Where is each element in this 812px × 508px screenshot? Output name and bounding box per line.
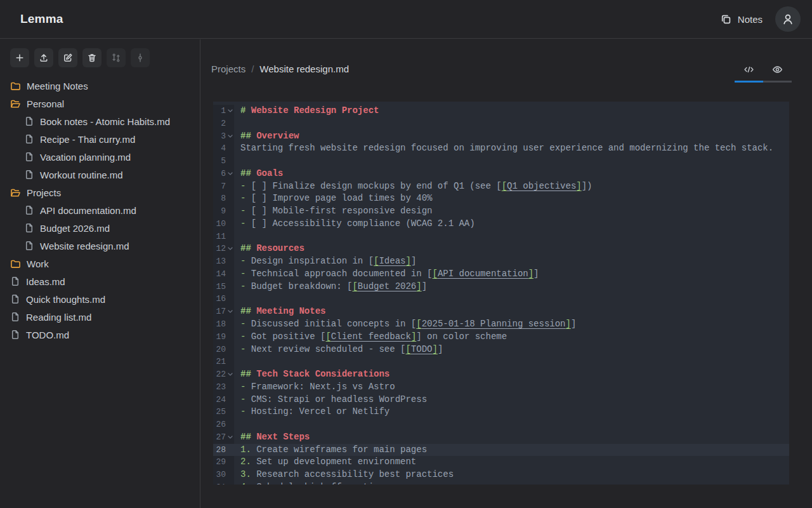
wikilink-text[interactable]: API documentation (438, 269, 528, 279)
tab-preview-view[interactable] (763, 60, 792, 83)
fold-chevron-icon[interactable] (226, 431, 234, 444)
tree-item-workout-routine-md[interactable]: Workout routine.md (0, 166, 200, 184)
edit-note-button[interactable] (58, 48, 77, 67)
wikilink-bracket[interactable]: [ (352, 281, 357, 291)
editor-line[interactable]: 26 (213, 418, 789, 431)
tree-item-ideas-md[interactable]: Ideas.md (0, 272, 200, 290)
editor-line[interactable]: 22## Tech Stack Considerations (213, 368, 789, 381)
editor-line[interactable]: 20- Next review scheduled - see [[TODO]] (213, 344, 789, 356)
editor-line[interactable]: 6## Goals (213, 168, 789, 180)
line-number[interactable]: 25 (213, 406, 226, 418)
line-number[interactable]: 3 (213, 130, 226, 143)
fold-chevron-icon[interactable] (226, 105, 234, 117)
fold-chevron-icon[interactable] (226, 168, 234, 180)
editor-line[interactable]: 16 (213, 293, 789, 305)
line-number[interactable]: 6 (213, 168, 226, 180)
wikilink-text[interactable]: Budget 2026 (358, 281, 416, 291)
line-number[interactable]: 22 (213, 368, 226, 381)
tree-item-personal[interactable]: Personal (0, 95, 200, 112)
line-number[interactable]: 15 (213, 281, 226, 293)
line-number[interactable]: 30 (213, 469, 226, 481)
line-number[interactable]: 10 (213, 218, 226, 231)
wikilink-bracket[interactable]: [ (405, 344, 410, 354)
line-number[interactable]: 2 (213, 117, 226, 130)
editor-line[interactable]: 23- Framework: Next.js vs Astro (213, 381, 789, 394)
editor-line[interactable]: 13- Design inspiration in [[Ideas]] (213, 255, 789, 268)
wikilink-bracket[interactable]: [ (416, 319, 421, 329)
line-number[interactable]: 13 (213, 255, 226, 268)
editor-line[interactable]: 3## Overview (213, 130, 789, 143)
wikilink-bracket[interactable]: ] (566, 319, 571, 329)
line-number[interactable]: 1 (213, 105, 226, 117)
editor-line[interactable]: 18- Discussed initial concepts in [[2025… (213, 318, 789, 331)
line-number[interactable]: 5 (213, 155, 226, 168)
tab-code-view[interactable] (735, 60, 763, 83)
line-number[interactable]: 29 (213, 456, 226, 469)
wikilink-text[interactable]: Q1 objectives (507, 181, 576, 191)
editor-line[interactable]: 9- [ ] Mobile-first responsive design (213, 205, 789, 218)
editor-line[interactable]: 314. Schedule kickoff meeting (213, 481, 789, 485)
line-number[interactable]: 12 (213, 243, 226, 255)
tree-item-budget-2026-md[interactable]: Budget 2026.md (0, 219, 200, 237)
line-number[interactable]: 9 (213, 205, 226, 218)
editor-line[interactable]: 2 (213, 117, 789, 130)
delete-note-button[interactable] (82, 48, 102, 67)
editor-line[interactable]: 4Starting fresh website redesign focused… (213, 142, 789, 155)
wikilink-bracket[interactable]: [ (432, 269, 437, 279)
line-number[interactable]: 23 (213, 381, 226, 394)
line-number[interactable]: 7 (213, 180, 226, 193)
tree-item-reading-list-md[interactable]: Reading list.md (0, 308, 200, 326)
line-number[interactable]: 4 (213, 142, 226, 155)
breadcrumb-folder[interactable]: Projects (211, 64, 246, 74)
fold-chevron-icon[interactable] (226, 130, 234, 143)
wikilink-bracket[interactable]: ] (416, 281, 421, 291)
fold-chevron-icon[interactable] (226, 243, 234, 255)
wikilink-text[interactable]: Ideas (379, 256, 405, 266)
line-number[interactable]: 24 (213, 394, 226, 406)
line-number[interactable]: 20 (213, 344, 226, 356)
wikilink-bracket[interactable]: [ (502, 181, 507, 191)
editor-line[interactable]: 21 (213, 356, 789, 368)
editor-line[interactable]: 11 (213, 231, 789, 243)
wikilink-bracket[interactable]: ] (528, 269, 534, 279)
tree-item-vacation-planning-md[interactable]: Vacation planning.md (0, 148, 200, 166)
markdown-editor[interactable]: 1# Website Redesign Project23## Overview… (213, 102, 789, 485)
upload-note-button[interactable] (34, 48, 53, 67)
line-number[interactable]: 31 (213, 481, 226, 485)
editor-line[interactable]: 12## Resources (213, 243, 789, 255)
editor-line[interactable]: 1# Website Redesign Project (213, 105, 789, 117)
editor-line[interactable]: 303. Research accessibility best practic… (213, 469, 789, 481)
wikilink-text[interactable]: Client feedback (331, 331, 411, 342)
line-number[interactable]: 16 (213, 293, 226, 305)
line-number[interactable]: 19 (213, 331, 226, 344)
editor-line[interactable]: 15- Budget breakdown: [[Budget 2026]] (213, 281, 789, 293)
line-number[interactable]: 28 (213, 444, 226, 457)
wikilink-bracket[interactable]: ] (576, 181, 581, 191)
tree-item-recipe-thai-curry-md[interactable]: Recipe - Thai curry.md (0, 130, 200, 148)
editor-line[interactable]: 17## Meeting Notes (213, 305, 789, 318)
editor-line[interactable]: 281. Create wireframes for main pages (213, 444, 789, 457)
line-number[interactable]: 8 (213, 192, 226, 205)
tree-item-quick-thoughts-md[interactable]: Quick thoughts.md (0, 290, 200, 308)
line-number[interactable]: 18 (213, 318, 226, 331)
editor-line[interactable]: 14- Technical approach documented in [[A… (213, 268, 789, 281)
wikilink-text[interactable]: 2025-01-18 Planning session (422, 319, 566, 329)
tree-item-meeting-notes[interactable]: Meeting Notes (0, 77, 200, 95)
wikilink-bracket[interactable]: [ (325, 331, 331, 342)
editor-line[interactable]: 25- Hosting: Vercel or Netlify (213, 406, 789, 418)
avatar-button[interactable] (775, 6, 801, 32)
wikilink-bracket[interactable]: ] (432, 344, 437, 354)
tree-item-todo-md[interactable]: TODO.md (0, 326, 200, 344)
line-number[interactable]: 17 (213, 305, 226, 318)
fold-chevron-icon[interactable] (226, 368, 234, 381)
fold-chevron-icon[interactable] (226, 305, 234, 318)
line-number[interactable]: 11 (213, 231, 226, 243)
wikilink-bracket[interactable]: ] (405, 256, 410, 266)
new-note-button[interactable] (10, 48, 29, 67)
line-number[interactable]: 14 (213, 268, 226, 281)
tree-item-book-notes-atomic-habits-md[interactable]: Book notes - Atomic Habits.md (0, 112, 200, 130)
tree-item-work[interactable]: Work (0, 255, 200, 272)
editor-line[interactable]: 10- [ ] Accessibility compliance (WCAG 2… (213, 218, 789, 231)
editor-line[interactable]: 24- CMS: Strapi or headless WordPress (213, 394, 789, 406)
tree-item-website-redesign-md[interactable]: Website redesign.md (0, 237, 200, 255)
